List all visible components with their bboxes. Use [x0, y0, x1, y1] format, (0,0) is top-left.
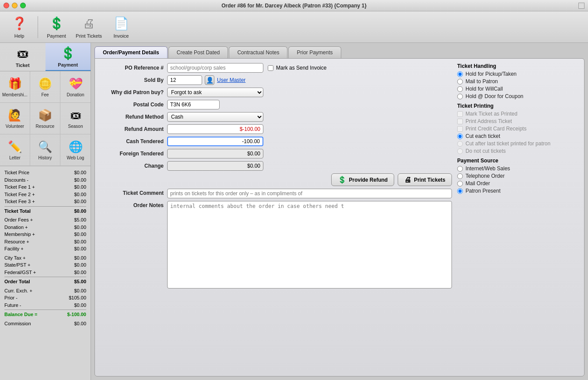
- resource-icon: 📦: [38, 109, 52, 122]
- refund-amount-row: Refund Amount: [99, 124, 452, 134]
- postal-input[interactable]: [167, 100, 220, 109]
- radio-door-coupon-input[interactable]: [457, 94, 463, 99]
- sidebar-ticket-label: Ticket: [16, 63, 30, 68]
- radio-no-cut-label: Do not cut tickets: [466, 148, 506, 154]
- ticket-options: Ticket Handling Hold for Pickup/Taken Ma…: [457, 63, 580, 372]
- sidebar-item-season[interactable]: 🎟 Season: [60, 103, 91, 134]
- sidebar-item-weblog[interactable]: 🌐 Web Log: [60, 134, 91, 166]
- summary-discounts: Discounts -$0.00: [4, 176, 86, 184]
- cb-print-cc-input[interactable]: [457, 126, 463, 132]
- radio-cut-each: Cut each ticket: [457, 133, 580, 139]
- provide-refund-button[interactable]: 💲 Provide Refund: [331, 173, 395, 186]
- sidebar-payment-button[interactable]: 💲 Payment: [46, 43, 91, 71]
- radio-cut-each-label: Cut each ticket: [466, 133, 500, 139]
- print-tickets-button[interactable]: 🖨 Print Tickets: [73, 13, 105, 41]
- radio-mail-order-input[interactable]: [457, 181, 463, 186]
- radio-cut-each-input[interactable]: [457, 134, 463, 139]
- mark-invoice-checkbox[interactable]: [268, 65, 273, 71]
- sold-by-row: Sold By 👤 User Master: [99, 75, 452, 85]
- change-input[interactable]: [167, 161, 263, 171]
- history-icon: 🔍: [38, 140, 52, 154]
- sidebar-item-membership[interactable]: 🎁 Membershi...: [0, 71, 30, 103]
- summary-ticket-fee1: Ticket Fee 1 +$0.00: [4, 183, 86, 191]
- print-tickets-form-label: Print Tickets: [414, 177, 445, 183]
- summary-state-pst: State/PST +$0.00: [4, 261, 86, 269]
- sidebar: 🎟 Ticket 💲 Payment 🎁 Membershi... 🪙 Fee …: [0, 43, 91, 380]
- sidebar-item-donation[interactable]: 💝 Donation: [60, 71, 91, 103]
- tab-post-dated[interactable]: Create Post Dated: [168, 46, 228, 58]
- sidebar-ticket-button[interactable]: 🎟 Ticket: [0, 43, 46, 71]
- sidebar-item-fee[interactable]: 🪙 Fee: [30, 71, 60, 103]
- radio-patron-present-input[interactable]: [457, 188, 463, 194]
- resize-handle[interactable]: [578, 3, 584, 9]
- history-label: History: [38, 155, 52, 160]
- radio-door-coupon: Hold @ Door for Coupon: [457, 93, 580, 99]
- ticket-comment-input[interactable]: [167, 189, 452, 198]
- refund-amount-label: Refund Amount: [99, 126, 167, 132]
- change-row: Change: [99, 161, 452, 171]
- why-buy-select[interactable]: Forgot to ask: [167, 88, 263, 97]
- cb-print-address-input[interactable]: [457, 119, 463, 124]
- radio-cut-after-last-label: Cut after last ticket printed for patron: [466, 141, 550, 147]
- sidebar-item-resource[interactable]: 📦 Resource: [30, 103, 60, 134]
- why-buy-row: Why did Patron buy? Forgot to ask: [99, 88, 452, 97]
- radio-telephone-input[interactable]: [457, 173, 463, 179]
- radio-mail-patron: Mail to Patron: [457, 78, 580, 84]
- invoice-label: Invoice: [114, 33, 129, 39]
- cb-print-cc: Print Credit Card Receipts: [457, 126, 580, 132]
- po-reference-input[interactable]: [167, 63, 263, 73]
- donation-icon: 💝: [69, 77, 83, 91]
- radio-mail-order: Mail Order: [457, 180, 580, 186]
- cb-mark-printed-input[interactable]: [457, 111, 463, 117]
- refund-method-select[interactable]: Cash: [167, 112, 263, 122]
- toolbar: ❓ Help 💲 Payment 🖨 Print Tickets 📄 Invoi…: [0, 11, 588, 43]
- ticket-handling-title: Ticket Handling: [457, 63, 580, 69]
- cash-tendered-label: Cash Tendered: [99, 138, 167, 144]
- radio-mail-order-label: Mail Order: [466, 180, 490, 186]
- payment-label: Payment: [47, 33, 66, 39]
- summary-donation: Donation +$0.00: [4, 224, 86, 231]
- window-controls[interactable]: [4, 3, 26, 8]
- sidebar-item-history[interactable]: 🔍 History: [30, 134, 60, 166]
- summary-facility: Facility +$0.00: [4, 245, 86, 253]
- sold-by-input[interactable]: [167, 75, 202, 85]
- tab-contractual[interactable]: Contractual Notes: [229, 46, 287, 58]
- why-buy-label: Why did Patron buy?: [99, 89, 167, 95]
- radio-cut-after-last-input[interactable]: [457, 141, 463, 147]
- foreign-tendered-input[interactable]: [167, 149, 263, 158]
- summary-ticket-fee2: Ticket Fee 2 +$0.00: [4, 191, 86, 198]
- order-notes-textarea[interactable]: [167, 201, 452, 289]
- radio-telephone-label: Telephone Order: [466, 173, 504, 179]
- sidebar-item-volunteer[interactable]: 🙋 Volunteer: [0, 103, 30, 134]
- cb-print-address: Print Address Ticket: [457, 118, 580, 124]
- divider2: [4, 277, 86, 277]
- summary-ticket-fee3: Ticket Fee 3 +$0.00: [4, 198, 86, 205]
- maximize-button[interactable]: [20, 3, 26, 8]
- tab-order-payment[interactable]: Order/Payment Details: [94, 46, 168, 58]
- refund-amount-input[interactable]: [167, 124, 263, 134]
- radio-hold-pickup-input[interactable]: [457, 71, 463, 77]
- payment-button[interactable]: 💲 Payment: [41, 13, 72, 41]
- close-button[interactable]: [4, 3, 9, 8]
- cash-tendered-input[interactable]: [167, 137, 263, 146]
- tabs: Order/Payment Details Create Post Dated …: [94, 46, 584, 58]
- invoice-button[interactable]: 📄 Invoice: [105, 13, 137, 41]
- season-icon: 🎟: [70, 109, 81, 122]
- user-lookup-button[interactable]: 👤: [205, 75, 214, 85]
- radio-internet-web-input[interactable]: [457, 166, 463, 172]
- help-icon: ❓: [11, 16, 27, 32]
- sidebar-top: 🎟 Ticket 💲 Payment: [0, 43, 91, 71]
- sidebar-item-letter[interactable]: ✏️ Letter: [0, 134, 30, 166]
- cb-mark-printed: Mark Ticket as Printed: [457, 111, 580, 117]
- summary-balance-due: Balance Due =$-100.00: [4, 311, 86, 318]
- user-master-link[interactable]: User Master: [217, 77, 245, 83]
- tab-prior-payments[interactable]: Prior Payments: [288, 46, 341, 58]
- print-tickets-label: Print Tickets: [76, 33, 102, 39]
- cb-mark-printed-label: Mark Ticket as Printed: [466, 111, 518, 117]
- print-tickets-form-button[interactable]: 🖨 Print Tickets: [398, 173, 452, 186]
- radio-mail-patron-input[interactable]: [457, 79, 463, 84]
- help-button[interactable]: ❓ Help: [4, 13, 35, 41]
- radio-no-cut-input[interactable]: [457, 148, 463, 154]
- minimize-button[interactable]: [12, 3, 18, 8]
- radio-willcall-input[interactable]: [457, 86, 463, 92]
